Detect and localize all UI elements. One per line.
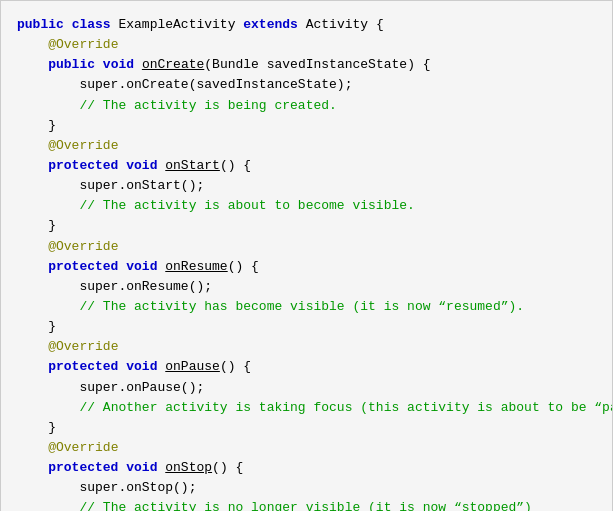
- comment-token: // The activity is about to become visib…: [79, 198, 414, 213]
- kw-token: protected: [17, 158, 118, 173]
- comment-token: // Another activity is taking focus (thi…: [79, 400, 613, 415]
- kw-token: class: [72, 17, 111, 32]
- code-line: // The activity is no longer visible (it…: [17, 498, 596, 511]
- code-line: @Override: [17, 35, 596, 55]
- plain-token: }: [17, 420, 56, 435]
- code-line: super.onStart();: [17, 176, 596, 196]
- plain-token: () {: [220, 359, 251, 374]
- annotation-token: @Override: [48, 138, 118, 153]
- plain-token: [17, 400, 79, 415]
- kw-token: protected: [17, 259, 118, 274]
- annotation-token: @Override: [48, 440, 118, 455]
- plain-token: [17, 57, 48, 72]
- code-line: protected void onResume() {: [17, 257, 596, 277]
- code-line: }: [17, 418, 596, 438]
- code-container: public class ExampleActivity extends Act…: [0, 0, 613, 511]
- code-line: public class ExampleActivity extends Act…: [17, 15, 596, 35]
- kw-token: void: [126, 460, 157, 475]
- plain-token: [17, 198, 79, 213]
- plain-token: [134, 57, 142, 72]
- annotation-token: @Override: [48, 339, 118, 354]
- plain-token: [64, 17, 72, 32]
- plain-token: [17, 299, 79, 314]
- plain-token: () {: [212, 460, 243, 475]
- code-line: super.onCreate(savedInstanceState);: [17, 75, 596, 95]
- kw-token: void: [126, 259, 157, 274]
- plain-token: }: [17, 218, 56, 233]
- code-line: protected void onStop() {: [17, 458, 596, 478]
- code-line: // The activity is being created.: [17, 96, 596, 116]
- plain-token: [95, 57, 103, 72]
- code-line: }: [17, 116, 596, 136]
- plain-token: () {: [220, 158, 251, 173]
- code-line: super.onStop();: [17, 478, 596, 498]
- plain-token: }: [17, 319, 56, 334]
- code-line: protected void onStart() {: [17, 156, 596, 176]
- comment-token: // The activity is no longer visible (it…: [79, 500, 531, 511]
- code-line: super.onPause();: [17, 378, 596, 398]
- plain-token: [17, 98, 79, 113]
- code-line: protected void onPause() {: [17, 357, 596, 377]
- code-block: public class ExampleActivity extends Act…: [17, 15, 596, 511]
- kw-token: public: [17, 17, 64, 32]
- code-line: @Override: [17, 438, 596, 458]
- method-token: onResume: [165, 259, 227, 274]
- kw-token: protected: [17, 460, 118, 475]
- kw-token: void: [126, 359, 157, 374]
- plain-token: super.onStop();: [17, 480, 196, 495]
- plain-token: ExampleActivity: [111, 17, 244, 32]
- code-line: // The activity is about to become visib…: [17, 196, 596, 216]
- code-line: super.onResume();: [17, 277, 596, 297]
- method-token: onPause: [165, 359, 220, 374]
- code-line: public void onCreate(Bundle savedInstanc…: [17, 55, 596, 75]
- method-token: onStart: [165, 158, 220, 173]
- code-line: // The activity has become visible (it i…: [17, 297, 596, 317]
- annotation-token: @Override: [48, 239, 118, 254]
- plain-token: [17, 138, 48, 153]
- comment-token: // The activity is being created.: [79, 98, 336, 113]
- kw-token: void: [126, 158, 157, 173]
- code-line: // Another activity is taking focus (thi…: [17, 398, 596, 418]
- code-line: @Override: [17, 337, 596, 357]
- plain-token: (Bundle savedInstanceState) {: [204, 57, 430, 72]
- annotation-token: @Override: [48, 37, 118, 52]
- kw-token: protected: [17, 359, 118, 374]
- plain-token: super.onPause();: [17, 380, 204, 395]
- plain-token: [17, 339, 48, 354]
- code-line: @Override: [17, 237, 596, 257]
- kw-token: extends: [243, 17, 298, 32]
- method-token: onStop: [165, 460, 212, 475]
- plain-token: super.onCreate(savedInstanceState);: [17, 77, 352, 92]
- plain-token: }: [17, 118, 56, 133]
- method-token: onCreate: [142, 57, 204, 72]
- plain-token: [17, 500, 79, 511]
- code-line: @Override: [17, 136, 596, 156]
- plain-token: [17, 37, 48, 52]
- plain-token: Activity {: [298, 17, 384, 32]
- comment-token: // The activity has become visible (it i…: [79, 299, 524, 314]
- plain-token: [17, 239, 48, 254]
- plain-token: super.onResume();: [17, 279, 212, 294]
- plain-token: super.onStart();: [17, 178, 204, 193]
- plain-token: [17, 440, 48, 455]
- plain-token: () {: [228, 259, 259, 274]
- kw-token: void: [103, 57, 134, 72]
- kw-token: public: [48, 57, 95, 72]
- code-line: }: [17, 216, 596, 236]
- code-line: }: [17, 317, 596, 337]
